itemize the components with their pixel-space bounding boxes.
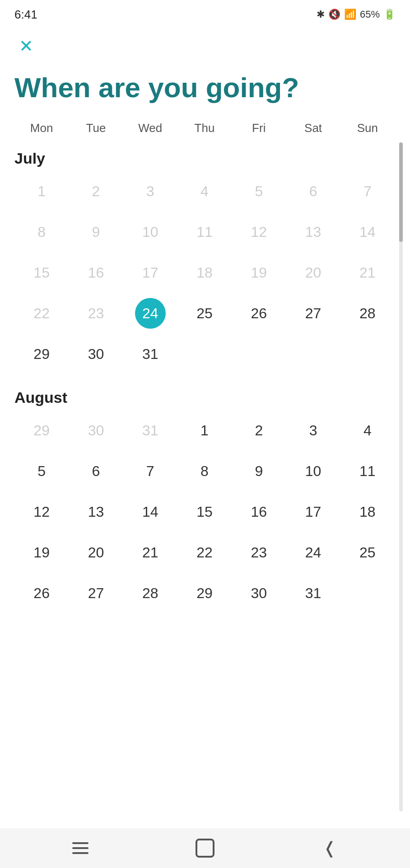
calendar-cell[interactable]: 10 — [286, 451, 340, 491]
home-icon — [196, 839, 214, 858]
calendar-cell[interactable]: 23 — [69, 293, 123, 334]
calendar-cell[interactable]: 19 — [232, 252, 286, 293]
calendar-cell[interactable]: 29 — [14, 334, 69, 374]
page-title: When are you going? — [14, 72, 396, 103]
calendar-cell[interactable]: 15 — [177, 491, 232, 532]
bluetooth-icon: ✱ — [317, 9, 325, 20]
menu-icon — [72, 842, 89, 854]
july-grid: 1 2 3 4 5 6 7 8 9 10 11 12 13 14 15 16 1… — [14, 171, 403, 374]
calendar-cell[interactable]: 2 — [232, 410, 286, 451]
calendar-cell[interactable]: 12 — [232, 212, 286, 252]
calendar-cell[interactable]: 29 — [177, 573, 232, 613]
calendar-cell[interactable]: 8 — [14, 212, 69, 252]
calendar-cell[interactable]: 18 — [177, 252, 232, 293]
calendar-cell[interactable]: 5 — [232, 171, 286, 212]
calendar-cell[interactable]: 2 — [69, 171, 123, 212]
calendar-cell[interactable]: 28 — [340, 293, 395, 334]
calendar-cell — [340, 573, 395, 613]
back-icon: ❬ — [323, 839, 336, 858]
calendar-cell[interactable]: 4 — [340, 410, 395, 451]
calendar-cell[interactable]: 22 — [177, 532, 232, 573]
calendar-cell: 30 — [69, 410, 123, 451]
home-button[interactable] — [182, 835, 228, 862]
calendar-cell[interactable]: 1 — [177, 410, 232, 451]
menu-button[interactable] — [58, 835, 103, 862]
calendar-cell[interactable]: 31 — [286, 573, 340, 613]
wifi-icon: 📶 — [344, 9, 356, 20]
month-name-august: August — [14, 382, 403, 410]
calendar-cell[interactable]: 9 — [69, 212, 123, 252]
calendar-cell[interactable]: 13 — [69, 491, 123, 532]
day-headers: Mon Tue Wed Thu Fri Sat Sun — [14, 118, 403, 139]
calendar-cell[interactable]: 23 — [232, 532, 286, 573]
month-name-july: July — [14, 142, 403, 171]
calendar-cell[interactable]: 13 — [286, 212, 340, 252]
calendar-cell[interactable]: 12 — [14, 491, 69, 532]
august-grid: 29 30 31 1 2 3 4 5 6 7 8 9 10 11 12 13 1… — [14, 410, 403, 613]
calendar-cell[interactable]: 10 — [123, 212, 177, 252]
calendar-cell[interactable]: 14 — [123, 491, 177, 532]
calendar-cell-selected[interactable]: 24 — [123, 293, 177, 334]
calendar-cell[interactable]: 15 — [14, 252, 69, 293]
day-header-sat: Sat — [286, 118, 340, 139]
day-header-tue: Tue — [69, 118, 123, 139]
calendar-cell[interactable]: 24 — [286, 532, 340, 573]
calendar-cell[interactable]: 7 — [123, 451, 177, 491]
day-header-thu: Thu — [177, 118, 232, 139]
calendar-cell[interactable]: 16 — [232, 491, 286, 532]
calendar-container: Mon Tue Wed Thu Fri Sat Sun July 1 2 3 4… — [0, 118, 410, 811]
day-header-mon: Mon — [14, 118, 69, 139]
close-icon: ✕ — [19, 38, 33, 55]
volume-icon: 🔇 — [328, 9, 340, 20]
bottom-nav: ❬ — [0, 828, 410, 868]
calendar-cell[interactable]: 8 — [177, 451, 232, 491]
calendar-cell[interactable]: 31 — [123, 334, 177, 374]
calendar-cell[interactable]: 22 — [14, 293, 69, 334]
calendar-cell[interactable]: 20 — [69, 532, 123, 573]
calendar-cell: 29 — [14, 410, 69, 451]
calendar-cell[interactable]: 28 — [123, 573, 177, 613]
calendar-cell: 31 — [123, 410, 177, 451]
calendar-cell[interactable]: 14 — [340, 212, 395, 252]
calendar-cell[interactable]: 16 — [69, 252, 123, 293]
calendar-cell[interactable]: 25 — [340, 532, 395, 573]
calendar-cell[interactable]: 3 — [286, 410, 340, 451]
calendar-cell[interactable]: 21 — [123, 532, 177, 573]
calendar-cell[interactable]: 7 — [340, 171, 395, 212]
battery-level: 65% — [360, 9, 380, 20]
calendar-cell[interactable]: 30 — [69, 334, 123, 374]
calendar-cell[interactable]: 21 — [340, 252, 395, 293]
calendar-cell[interactable]: 11 — [177, 212, 232, 252]
status-time: 6:41 — [14, 8, 37, 22]
calendar-cell[interactable]: 5 — [14, 451, 69, 491]
calendar-cell[interactable]: 26 — [14, 573, 69, 613]
calendar-cell[interactable]: 19 — [14, 532, 69, 573]
calendar-cell[interactable]: 20 — [286, 252, 340, 293]
calendar-cell[interactable]: 18 — [340, 491, 395, 532]
calendar-cell[interactable]: 17 — [123, 252, 177, 293]
calendar-cell[interactable]: 30 — [232, 573, 286, 613]
day-header-sun: Sun — [340, 118, 395, 139]
status-icons: ✱ 🔇 📶 65% 🔋 — [317, 9, 396, 20]
calendar-cell[interactable]: 26 — [232, 293, 286, 334]
calendar-cell[interactable]: 3 — [123, 171, 177, 212]
back-button[interactable]: ❬ — [307, 835, 352, 862]
calendar-cell[interactable]: 25 — [177, 293, 232, 334]
day-header-fri: Fri — [232, 118, 286, 139]
scrollbar-thumb[interactable] — [399, 142, 403, 242]
calendar-cell[interactable]: 6 — [286, 171, 340, 212]
calendar-cell — [286, 334, 340, 374]
month-july: July 1 2 3 4 5 6 7 8 9 10 11 12 13 14 15 — [14, 142, 403, 374]
calendar-cell[interactable]: 11 — [340, 451, 395, 491]
calendar-cell[interactable]: 27 — [286, 293, 340, 334]
calendar-cell[interactable]: 27 — [69, 573, 123, 613]
calendar-cell[interactable]: 6 — [69, 451, 123, 491]
calendar-cell[interactable]: 4 — [177, 171, 232, 212]
calendar-cell[interactable]: 9 — [232, 451, 286, 491]
close-button[interactable]: ✕ — [14, 34, 38, 58]
calendar-cell[interactable]: 17 — [286, 491, 340, 532]
calendar-cell[interactable]: 1 — [14, 171, 69, 212]
scrollbar-track — [399, 142, 403, 811]
status-bar: 6:41 ✱ 🔇 📶 65% 🔋 — [0, 0, 410, 27]
day-header-wed: Wed — [123, 118, 177, 139]
